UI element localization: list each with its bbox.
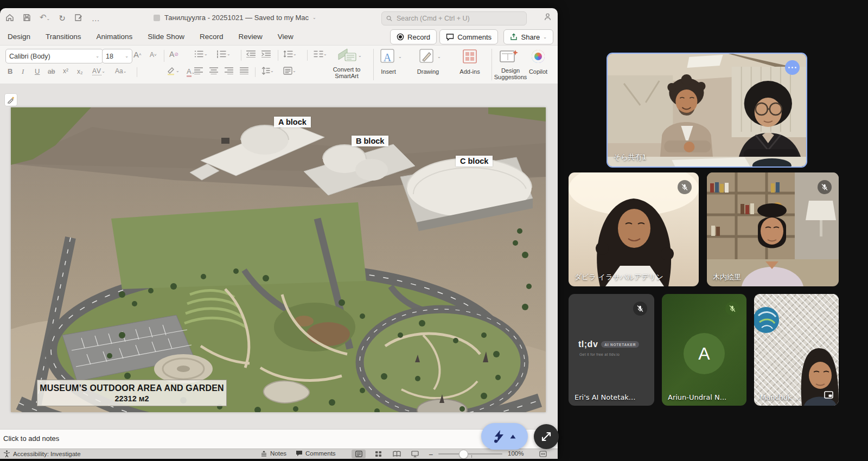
pip-icon[interactable] bbox=[824, 391, 833, 401]
presenter-icon[interactable] bbox=[543, 12, 552, 24]
block-label-c: C block bbox=[456, 156, 493, 167]
smartart-icon[interactable]: ⌄ bbox=[337, 48, 362, 63]
home-icon[interactable] bbox=[5, 14, 14, 23]
underline-button[interactable]: U bbox=[35, 67, 40, 75]
more-toolbar-icon[interactable]: … bbox=[92, 14, 100, 22]
italic-button[interactable]: I bbox=[22, 67, 24, 76]
video-tile-screen-share[interactable]: そら共有1 bbox=[607, 53, 807, 168]
align-right-button[interactable] bbox=[225, 67, 233, 74]
tile-menu-button[interactable] bbox=[785, 60, 800, 75]
highlight-button[interactable]: ⌄ bbox=[166, 66, 180, 75]
notes-toggle[interactable]: Notes bbox=[260, 450, 286, 457]
museum-render bbox=[11, 107, 546, 412]
grow-font-button[interactable]: A˄ bbox=[133, 50, 142, 59]
zoom-out-button[interactable]: − bbox=[429, 450, 433, 459]
avatar: A bbox=[684, 333, 725, 374]
video-tile-participant-3[interactable]: Manchuk ... bbox=[754, 294, 839, 406]
numbering-button[interactable]: ⌄ bbox=[217, 50, 231, 58]
justify-button[interactable] bbox=[240, 67, 248, 74]
slideshow-view-button[interactable] bbox=[408, 450, 422, 458]
caption-area: 22312 м2 bbox=[40, 394, 224, 403]
change-case-button[interactable]: Aa⌄ bbox=[115, 67, 126, 75]
copilot-label[interactable]: Copilot bbox=[522, 68, 554, 75]
video-tile-avatar[interactable]: A Ariun-Undral N... bbox=[662, 294, 746, 406]
slide-sorter-button[interactable] bbox=[371, 450, 385, 458]
share-chevron-icon[interactable]: ⌄ bbox=[543, 35, 547, 40]
save-icon[interactable] bbox=[23, 14, 31, 23]
align-left-button[interactable] bbox=[194, 67, 203, 74]
bold-button[interactable]: B bbox=[8, 67, 12, 75]
redo-icon[interactable]: ↻ bbox=[59, 14, 66, 22]
decrease-indent-button[interactable] bbox=[246, 50, 256, 57]
align-center-button[interactable] bbox=[209, 67, 218, 74]
comments-button[interactable]: Comments bbox=[439, 29, 498, 44]
fit-slide-button[interactable] bbox=[536, 450, 550, 458]
normal-view-button[interactable] bbox=[352, 450, 366, 458]
notes-icon bbox=[260, 451, 267, 457]
designer-icon[interactable] bbox=[4, 93, 17, 106]
mic-muted-icon bbox=[818, 180, 832, 194]
zoom-level[interactable]: 100% bbox=[508, 450, 524, 457]
clear-formatting-button[interactable]: A⊘ bbox=[169, 50, 178, 59]
drawing-icon[interactable]: ⌄ bbox=[419, 48, 441, 65]
reading-view-button[interactable] bbox=[390, 450, 404, 458]
line-spacing-button[interactable]: ⌄ bbox=[283, 50, 297, 58]
align-text-button[interactable]: ⌄ bbox=[283, 67, 296, 75]
tab-design[interactable]: Design bbox=[8, 33, 30, 41]
accessibility-icon bbox=[3, 450, 10, 457]
record-button[interactable]: Record bbox=[390, 29, 437, 44]
comments-toggle[interactable]: Comments bbox=[296, 450, 336, 457]
participant-name: ダビラ イラサバルアデリン bbox=[575, 272, 663, 282]
addins-icon[interactable] bbox=[462, 49, 477, 64]
character-spacing-button[interactable]: AV⌄ bbox=[92, 67, 106, 75]
search-box[interactable] bbox=[381, 11, 527, 25]
undo-icon[interactable]: ↶⌄ bbox=[40, 13, 50, 23]
tab-review[interactable]: Review bbox=[238, 33, 262, 41]
addins-label[interactable]: Add-ins bbox=[455, 68, 485, 75]
tab-view[interactable]: View bbox=[278, 33, 293, 41]
bullets-button[interactable]: ⌄ bbox=[194, 50, 208, 58]
mic-muted-icon bbox=[678, 180, 692, 194]
dots-icon bbox=[788, 67, 790, 69]
accessibility-status[interactable]: Accessibility: Investigate bbox=[3, 450, 81, 457]
document-title: Танилцуулга - 20251021 — Saved to my Mac bbox=[164, 14, 309, 22]
video-tile-notetaker[interactable]: tl;dv AI NOTETAKER Get it for free at tl… bbox=[569, 294, 654, 406]
font-size-select[interactable]: 18⌄ bbox=[102, 49, 132, 63]
columns-button[interactable]: ⌄ bbox=[314, 50, 327, 58]
slide-caption: MUSEUM’S OUTDOOR AREA AND GARDEN 22312 м… bbox=[37, 380, 227, 406]
expand-button[interactable] bbox=[534, 424, 559, 449]
design-suggestions-icon[interactable] bbox=[499, 49, 519, 64]
block-label-a: A block bbox=[274, 117, 311, 127]
search-input[interactable] bbox=[395, 14, 522, 23]
tldv-badge: AI NOTETAKER bbox=[601, 341, 639, 348]
slide[interactable]: A block B block C block MUSEUM’S OUTDOOR… bbox=[11, 107, 546, 412]
share-button[interactable]: Share ⌄ bbox=[503, 29, 553, 44]
video-tile-participant-1[interactable]: ダビラ イラサバルアデリン bbox=[569, 172, 699, 286]
zoom-slider-track[interactable] bbox=[438, 453, 502, 454]
autosave-icon[interactable] bbox=[74, 14, 83, 23]
zoom-slider-handle[interactable] bbox=[459, 450, 468, 459]
text-direction-button[interactable]: ⌄ bbox=[261, 67, 274, 75]
insert-label[interactable]: Insert bbox=[372, 68, 405, 75]
tab-transitions[interactable]: Transitions bbox=[46, 33, 81, 41]
font-name-select[interactable]: Calibri (Body)⌄ bbox=[5, 49, 103, 63]
caret-up-icon[interactable] bbox=[510, 434, 516, 439]
tab-animations[interactable]: Animations bbox=[97, 33, 133, 41]
shrink-font-button[interactable]: A˅ bbox=[150, 51, 157, 59]
drawing-label[interactable]: Drawing bbox=[410, 68, 446, 75]
superscript-button[interactable]: x² bbox=[63, 67, 68, 75]
notes-placeholder[interactable]: Click to add notes bbox=[3, 434, 59, 443]
subscript-button[interactable]: x₂ bbox=[77, 68, 83, 75]
insert-icon[interactable]: A⌄ bbox=[380, 48, 402, 65]
tab-slide-show[interactable]: Slide Show bbox=[148, 33, 184, 41]
increase-indent-button[interactable] bbox=[261, 50, 271, 57]
convert-smartart-label[interactable]: Convert to SmartArt bbox=[323, 66, 370, 79]
tab-record[interactable]: Record bbox=[200, 33, 224, 41]
notes-pane[interactable]: Click to add notes bbox=[0, 429, 558, 449]
title-chevron-icon[interactable]: ⌄ bbox=[312, 15, 316, 20]
jump-to-app-button[interactable] bbox=[481, 423, 528, 450]
strikethrough-button[interactable]: ab bbox=[48, 68, 55, 75]
copilot-icon[interactable] bbox=[532, 50, 545, 63]
video-tile-participant-2[interactable]: 木内絵里 bbox=[707, 172, 839, 286]
participant-name: そら共有1 bbox=[614, 152, 647, 162]
